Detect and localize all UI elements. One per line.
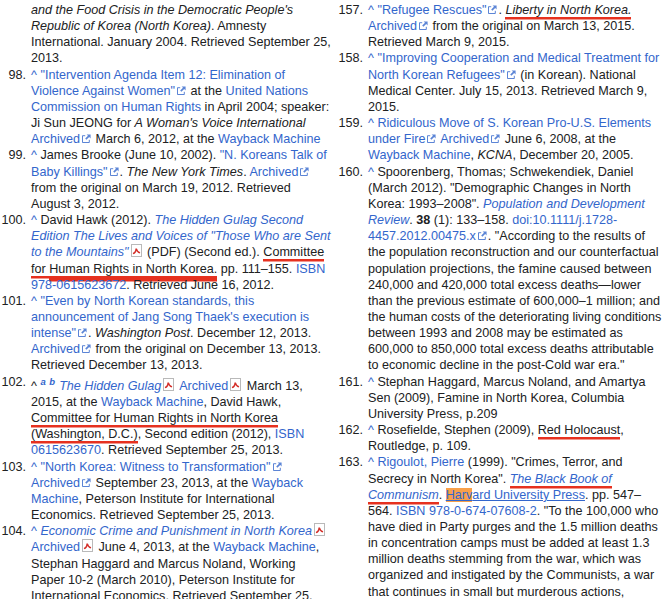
reference-link[interactable]: "North Korea: Witness to Transformation"	[40, 460, 270, 474]
reference-text: pp. 111–155.	[217, 262, 296, 276]
external-link-icon[interactable]	[272, 459, 282, 475]
reference-text: (PDF) (Second ed.).	[144, 245, 264, 259]
reference-number: 103.	[0, 459, 26, 475]
external-link-icon[interactable]	[506, 67, 516, 83]
pdf-icon[interactable]	[131, 244, 142, 260]
reference-link[interactable]: Economic Crime and Punishment in North K…	[40, 524, 312, 538]
external-link-icon[interactable]	[418, 18, 428, 34]
reference-content: ^ Rigoulot, Pierre (1999). "Crimes, Terr…	[368, 454, 664, 599]
reference-link[interactable]: "Refugee Rescues"	[377, 3, 486, 17]
reference-content: and the Food Crisis in the Democratic Pe…	[31, 2, 331, 67]
reference-text: September 23, 2013, at the	[92, 476, 252, 490]
external-link-icon[interactable]	[487, 2, 497, 18]
reference-item: 159.^ Ridiculous Move of S. Korean Pro-U…	[334, 115, 664, 163]
reference-link[interactable]: The Hidden Gulag	[59, 379, 161, 393]
reference-number: 102.	[0, 374, 26, 390]
reference-number: 162.	[334, 422, 363, 438]
reference-content: ^ "North Korea: Witness to Transformatio…	[31, 459, 331, 524]
reference-text: June 4, 2013, at the	[95, 540, 213, 554]
external-link-icon[interactable]	[77, 325, 87, 341]
reference-item: 100.^ David Hawk (2012). The Hidden Gula…	[0, 212, 331, 293]
pdf-icon[interactable]	[314, 523, 325, 539]
reference-text: from the original on March 19, 2012. Ret…	[31, 181, 291, 211]
reference-text: KCNA	[477, 148, 512, 162]
reference-link[interactable]: ISBN 978-0-674-07608-2	[396, 504, 537, 518]
external-link-icon[interactable]	[109, 164, 119, 180]
pdf-icon[interactable]	[163, 378, 174, 394]
reference-text: June 6, 2008, at the	[501, 132, 616, 146]
reference-number: 99.	[0, 147, 26, 163]
reference-text: March 6, 2012, at the	[92, 132, 218, 146]
external-link-icon[interactable]	[426, 131, 436, 147]
reference-content: ^ Ridiculous Move of S. Korean Pro-U.S. …	[368, 115, 664, 163]
reference-content: ^ "Refugee Rescues". Liberty in North Ko…	[368, 2, 664, 50]
reference-number: 101.	[0, 293, 26, 309]
reference-item: and the Food Crisis in the Democratic Pe…	[0, 2, 331, 67]
references-list: and the Food Crisis in the Democratic Pe…	[0, 0, 664, 599]
reference-text: , December 20, 2005.	[512, 148, 633, 162]
references-column-right: 157.^ "Refugee Rescues". Liberty in Nort…	[331, 2, 664, 599]
reference-text: (1): 133–158.	[430, 213, 512, 227]
reference-number: 157.	[334, 2, 363, 18]
reference-text: , Second edition (2012),	[138, 427, 275, 441]
reference-text: . December 12, 2013.	[190, 326, 311, 340]
reference-link[interactable]: a b	[40, 376, 55, 387]
external-link-icon[interactable]	[81, 341, 91, 357]
reference-text: .	[120, 165, 127, 179]
external-link-icon[interactable]	[299, 164, 309, 180]
reference-text: , David Hawk,	[203, 395, 281, 409]
reference-content: ^ Spoorenberg, Thomas; Schwekendiek, Dan…	[368, 164, 664, 374]
external-link-icon[interactable]	[477, 228, 487, 244]
external-link-icon[interactable]	[81, 475, 91, 491]
reference-text: James Brooke (June 10, 2002).	[37, 148, 220, 162]
references-column-left: and the Food Crisis in the Democratic Pe…	[0, 2, 331, 599]
reference-content: ^ a b The Hidden Gulag Archived March 13…	[31, 374, 331, 459]
reference-text: David Hawk (2012).	[37, 213, 155, 227]
reference-text: . "According to the results of the popul…	[368, 229, 661, 372]
reference-item: 99.^ James Brooke (June 10, 2002). "N. K…	[0, 147, 331, 212]
reference-link[interactable]: Archived	[31, 342, 80, 356]
reference-item: 103.^ "North Korea: Witness to Transform…	[0, 459, 331, 524]
external-link-icon[interactable]	[176, 83, 186, 99]
reference-link[interactable]: Harv	[446, 488, 473, 502]
reference-number: 158.	[334, 50, 363, 66]
external-link-icon[interactable]	[81, 131, 91, 147]
reference-content: ^ Rosefielde, Stephen (2009), Red Holoca…	[368, 422, 664, 454]
reference-link[interactable]: Rigoulot, Pierre	[377, 455, 464, 469]
reference-link[interactable]: ard University Press	[472, 488, 585, 502]
reference-link[interactable]: Wayback Machine	[213, 540, 315, 554]
reference-number: 161.	[334, 374, 363, 390]
reference-link[interactable]: Archived	[440, 132, 489, 146]
reference-text: Red Holocaust	[538, 423, 621, 437]
reference-link[interactable]: Archived	[31, 540, 80, 554]
reference-text: Rosefielde, Stephen (2009),	[374, 423, 538, 437]
reference-content: ^ "Even by North Korean standards, this …	[31, 293, 331, 374]
reference-content: ^ Economic Crime and Punishment in North…	[31, 523, 331, 599]
reference-number: 159.	[334, 115, 363, 131]
reference-link[interactable]: Wayback Machine	[101, 395, 203, 409]
reference-number: 104.	[0, 523, 26, 539]
reference-link[interactable]: Archived	[31, 132, 80, 146]
reference-item: 101.^ "Even by North Korean standards, t…	[0, 293, 331, 374]
reference-content: ^ James Brooke (June 10, 2002). "N. Kore…	[31, 147, 331, 212]
reference-text: . "To the 100,000 who have died in Party…	[368, 504, 658, 599]
reference-text: . Retrieved June 16, 2012.	[126, 278, 274, 292]
reference-link[interactable]: Wayback Machine	[368, 148, 470, 162]
pdf-icon[interactable]	[230, 378, 241, 394]
reference-link[interactable]: Wayback Machine	[218, 132, 320, 146]
reference-text: . Retrieved September 25, 2013.	[101, 443, 283, 457]
reference-link[interactable]: Archived	[31, 476, 80, 490]
reference-link[interactable]: Archived	[179, 379, 228, 393]
reference-content: ^ Stephan Haggard, Marcus Noland, and Am…	[368, 374, 664, 422]
reference-item: 104.^ Economic Crime and Punishment in N…	[0, 523, 331, 599]
external-link-icon[interactable]	[490, 131, 500, 147]
reference-link[interactable]: Archived	[249, 165, 298, 179]
reference-content: ^ "Improving Cooperation and Medical Tre…	[368, 50, 664, 115]
reference-text: 38	[416, 213, 430, 227]
reference-text: Washington Post	[95, 326, 190, 340]
pdf-icon[interactable]	[82, 539, 93, 555]
reference-number: 163.	[334, 454, 363, 470]
reference-link[interactable]: Archived	[368, 19, 417, 33]
reference-text: Human Rights in North Korea.	[49, 262, 217, 276]
reference-number: 100.	[0, 212, 26, 228]
